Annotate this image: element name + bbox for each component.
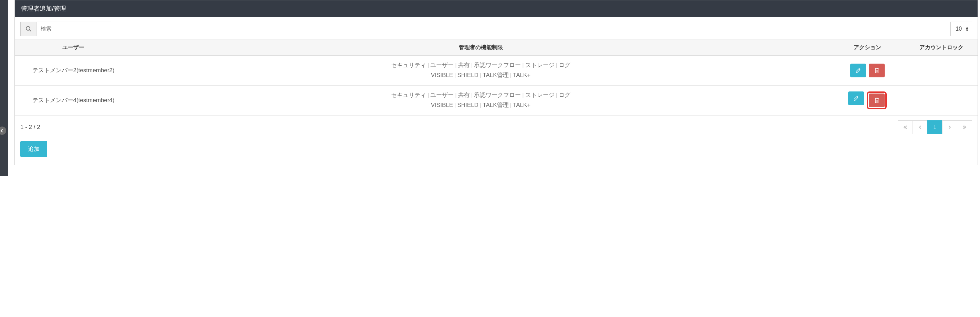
permissions-list: セキュリティ|ユーザー|共有|承認ワークフロー|ストレージ|ログVISIBLE|…: [135, 60, 826, 81]
admin-table: ユーザー 管理者の機能制限 アクション アカウントロック テストメンバー2(te…: [15, 40, 978, 116]
search-group: [20, 22, 111, 36]
cell-user: テストメンバー2(testmember2): [15, 56, 132, 86]
separator: |: [453, 102, 457, 108]
cell-user: テストメンバー4(testmember4): [15, 85, 132, 115]
chevron-right-icon: [948, 125, 952, 129]
table-row: テストメンバー2(testmember2)セキュリティ|ユーザー|共有|承認ワー…: [15, 56, 978, 86]
separator: |: [555, 62, 559, 68]
col-header-user: ユーザー: [15, 40, 132, 56]
col-header-permissions: 管理者の機能制限: [132, 40, 830, 56]
delete-button[interactable]: [869, 94, 885, 107]
cell-permissions: セキュリティ|ユーザー|共有|承認ワークフロー|ストレージ|ログVISIBLE|…: [132, 85, 830, 115]
perm-token: TALK+: [513, 72, 530, 78]
separator: |: [454, 92, 458, 98]
admin-panel: 管理者追加/管理 10 ▲▼ ユーザー: [14, 0, 978, 165]
perm-token: ストレージ: [525, 92, 555, 98]
trash-icon: [874, 67, 880, 74]
perm-token: 承認ワークフロー: [474, 92, 521, 98]
perm-token: 共有: [458, 62, 470, 68]
perm-token: SHIELD: [457, 72, 478, 78]
perm-token: TALK管理: [483, 72, 508, 78]
chevrons-right-icon: [962, 125, 967, 130]
trash-icon: [874, 97, 880, 103]
separator: |: [479, 102, 483, 108]
cell-lock: [905, 85, 978, 115]
edit-icon: [855, 67, 861, 74]
edit-button[interactable]: [850, 63, 866, 78]
separator: |: [509, 102, 513, 108]
perm-token: 共有: [458, 92, 470, 98]
separator: |: [453, 72, 457, 78]
search-input[interactable]: [36, 22, 111, 36]
perm-token: ログ: [559, 92, 570, 98]
chevron-left-icon: [918, 125, 922, 129]
panel-title: 管理者追加/管理: [15, 0, 978, 17]
sort-arrows-icon: ▲▼: [965, 26, 969, 32]
separator: |: [470, 62, 474, 68]
delete-button[interactable]: [869, 63, 885, 78]
separator: |: [555, 92, 559, 98]
page-size-select[interactable]: 10 ▲▼: [950, 22, 972, 36]
cell-action: [830, 85, 905, 115]
chevrons-left-icon: [903, 125, 908, 130]
perm-token: VISIBLE: [431, 102, 453, 108]
rail-collapse-knob[interactable]: [0, 127, 6, 135]
cell-permissions: セキュリティ|ユーザー|共有|承認ワークフロー|ストレージ|ログVISIBLE|…: [132, 56, 830, 86]
perm-token: ユーザー: [430, 62, 454, 68]
perm-token: TALK管理: [483, 102, 508, 108]
separator: |: [426, 62, 430, 68]
svg-line-1: [30, 30, 31, 31]
table-row: テストメンバー4(testmember4)セキュリティ|ユーザー|共有|承認ワー…: [15, 85, 978, 115]
highlight-ring: [867, 92, 887, 109]
perm-token: セキュリティ: [391, 92, 426, 98]
perm-token: VISIBLE: [431, 72, 453, 78]
edit-icon: [853, 95, 859, 101]
col-header-action: アクション: [830, 40, 905, 56]
search-icon: [25, 26, 32, 32]
perm-token: ログ: [559, 62, 570, 68]
page-1-button[interactable]: 1: [928, 120, 942, 134]
separator: |: [470, 92, 474, 98]
perm-token: ユーザー: [430, 92, 454, 98]
col-header-lock: アカウントロック: [905, 40, 978, 56]
page-first-button[interactable]: [898, 120, 913, 134]
perm-token: セキュリティ: [391, 62, 426, 68]
perm-token: ストレージ: [525, 62, 555, 68]
separator: |: [454, 62, 458, 68]
page-prev-button[interactable]: [913, 120, 928, 134]
permissions-list: セキュリティ|ユーザー|共有|承認ワークフロー|ストレージ|ログVISIBLE|…: [135, 90, 826, 110]
separator: |: [521, 92, 525, 98]
left-rail: [0, 0, 8, 176]
pagination: 1: [898, 120, 972, 134]
search-button[interactable]: [20, 22, 36, 36]
edit-button[interactable]: [848, 92, 864, 105]
cell-lock: [905, 56, 978, 86]
cell-action: [830, 56, 905, 86]
separator: |: [479, 72, 483, 78]
page-last-button[interactable]: [957, 120, 972, 134]
separator: |: [426, 92, 430, 98]
separator: |: [521, 62, 525, 68]
page-size-value: 10: [956, 26, 962, 32]
page-next-button[interactable]: [942, 120, 957, 134]
add-button[interactable]: 追加: [20, 141, 47, 157]
separator: |: [509, 72, 513, 78]
perm-token: 承認ワークフロー: [474, 62, 521, 68]
perm-token: TALK+: [513, 102, 530, 108]
perm-token: SHIELD: [457, 102, 478, 108]
range-text: 1 - 2 / 2: [20, 124, 40, 131]
